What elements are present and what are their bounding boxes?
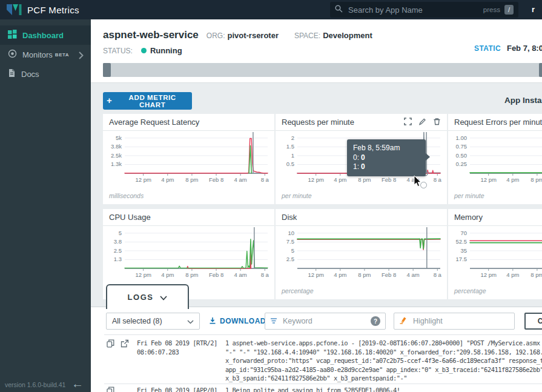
svg-text:8 a: 8 a: [434, 271, 442, 278]
highlight-filter-field: [394, 313, 515, 330]
log-timestamp: Fri Feb 08 2019 [RTR/2] 08:06:07.283: [137, 339, 225, 383]
fullscreen-icon[interactable]: [404, 117, 412, 128]
svg-text:5: 5: [119, 230, 122, 236]
log-entry: Fri Feb 08 2019 [APP/0] 1 Being polite a…: [91, 386, 542, 392]
chart-title: Request Errors per minute: [454, 118, 542, 127]
svg-text:12 pm: 12 pm: [480, 176, 496, 183]
svg-text:1.3: 1.3: [114, 256, 122, 262]
memory-chart-card: Memory 7052.53517.512 pm4 pm8 pmFeb 84 a…: [448, 209, 542, 299]
pcf-metrics-logo-icon: [6, 3, 22, 16]
memory-chart[interactable]: 7052.53517.512 pm4 pm8 pmFeb 84 am8 a: [448, 226, 542, 285]
slash-key-badge: /: [504, 5, 514, 15]
svg-text:35: 35: [460, 247, 467, 254]
svg-text:8 pm: 8 pm: [530, 176, 542, 183]
delete-trash-icon[interactable]: [433, 117, 441, 128]
page-header: aspnet-web-service ORG: pivot-rseroter S…: [91, 19, 542, 83]
highlight-input[interactable]: [412, 316, 509, 326]
copy-icon[interactable]: [107, 387, 114, 392]
download-logs-button[interactable]: DOWNLOAD: [209, 313, 266, 330]
cpu-chart[interactable]: 53.82.51.312 pm4 pm8 pmFeb 84 am8 a: [103, 226, 274, 285]
logs-tab[interactable]: LOGS: [106, 284, 189, 309]
log-sources-select[interactable]: All selected (8): [106, 313, 200, 330]
svg-text:5: 5: [291, 247, 294, 254]
svg-text:10: 10: [288, 230, 294, 236]
edit-pencil-icon[interactable]: [418, 117, 426, 128]
svg-text:0.75: 0.75: [456, 143, 468, 150]
sidebar-item-label: Docs: [21, 70, 39, 79]
chart-unit-label: percentage: [276, 285, 447, 294]
clear-filters-button[interactable]: CLEAR: [524, 313, 542, 330]
svg-text:1.3k: 1.3k: [111, 161, 122, 167]
sidebar-item-label: Dashboard: [22, 31, 64, 40]
svg-text:4 pm: 4 pm: [334, 271, 346, 278]
search-input[interactable]: [347, 5, 483, 15]
svg-text:8 a: 8 a: [261, 271, 269, 278]
svg-text:4 am: 4 am: [407, 176, 420, 183]
chart-hover-tooltip: Feb 8, 5:59am 0:0 1:0: [347, 139, 426, 176]
chevron-right-icon: [79, 51, 84, 62]
copy-icon[interactable]: [107, 339, 114, 383]
username-fragment[interactable]: r: [532, 5, 535, 14]
logs-filter-row: All selected (8) DOWNLOAD ?: [91, 313, 542, 330]
chart-title: Disk: [282, 213, 441, 222]
svg-text:7.5: 7.5: [286, 238, 294, 245]
app-search[interactable]: press /: [330, 2, 518, 18]
request-errors-chart[interactable]: 1.000.750.500.2512 pm4 pm8 pmFeb 84 am8 …: [448, 131, 542, 190]
filter-icon: [270, 316, 277, 327]
static-mode-label[interactable]: STATIC: [474, 44, 501, 53]
download-icon: [209, 316, 216, 327]
log-message: 1 aspnet-web-service.apps.pcfone.io - [2…: [225, 339, 542, 383]
chart-unit-label: per minute: [448, 190, 542, 199]
keyword-input[interactable]: [282, 316, 371, 326]
svg-text:12 pm: 12 pm: [308, 271, 323, 278]
collapse-sidebar-arrow-icon[interactable]: ←: [71, 377, 84, 391]
tooltip-timestamp: Feb 8, 5:59am: [353, 144, 420, 152]
sidebar-item-dashboard[interactable]: Dashboard: [0, 25, 91, 45]
svg-text:12 pm: 12 pm: [480, 271, 496, 278]
sidebar-item-monitors[interactable]: Monitors BETA: [0, 45, 91, 64]
sidebar-item-docs[interactable]: Docs: [0, 64, 91, 84]
svg-text:4 pm: 4 pm: [161, 271, 174, 278]
chart-title: Memory: [454, 213, 542, 222]
svg-text:Feb 8: Feb 8: [209, 176, 223, 183]
logs-panel: All selected (8) DOWNLOAD ?: [91, 307, 542, 392]
svg-text:Feb 8: Feb 8: [382, 271, 396, 278]
latency-chart[interactable]: 5k3.8k2.5k1.3k12 pm4 pm8 pmFeb 84 am8 a: [103, 131, 274, 190]
chevron-down-icon: [160, 292, 167, 303]
chart-unit-label: percentage: [448, 285, 542, 294]
requests-chart[interactable]: 21.510.512 pm4 pm8 pmFeb 84 am8 a Feb 8,…: [276, 131, 447, 190]
plus-icon: +: [107, 95, 112, 105]
app-instances-label: App Instances: [504, 96, 542, 105]
help-icon[interactable]: ?: [371, 316, 380, 326]
app-title: PCF Metrics: [27, 5, 79, 15]
svg-text:2.5: 2.5: [114, 247, 122, 254]
external-link-icon[interactable]: [121, 339, 129, 383]
pcf-metrics-dashboard: PCF Metrics press / r Dashboard: [0, 0, 542, 392]
svg-text:0.25: 0.25: [456, 161, 468, 167]
latency-chart-card: Average Request Latency 5k3.8k2.5k1.3k12…: [103, 114, 274, 204]
time-range-label[interactable]: Feb 7, 8:06 am: [507, 44, 542, 53]
svg-text:3.8k: 3.8k: [111, 143, 122, 150]
main-content: aspnet-web-service ORG: pivot-rseroter S…: [91, 19, 542, 392]
svg-text:8 pm: 8 pm: [185, 176, 198, 183]
version-label: version 1.6.0-build.41: [5, 381, 65, 388]
page-title: aspnet-web-service: [103, 29, 199, 41]
svg-text:8 pm: 8 pm: [530, 271, 542, 278]
svg-text:2: 2: [291, 135, 294, 141]
disk-chart-card: Disk 107.552.512 pm4 pm8 pmFeb 84 am8 a …: [276, 209, 447, 299]
slider-handle-right[interactable]: [539, 63, 542, 77]
svg-text:8 pm: 8 pm: [358, 271, 371, 278]
space-value: Development: [323, 31, 372, 40]
svg-text:4 am: 4 am: [234, 271, 247, 278]
org-label: ORG:: [207, 32, 225, 40]
time-range-slider[interactable]: [103, 63, 542, 77]
docs-icon: [8, 68, 16, 80]
svg-text:12 pm: 12 pm: [308, 176, 323, 183]
org-value: pivot-rseroter: [227, 31, 279, 40]
disk-chart[interactable]: 107.552.512 pm4 pm8 pmFeb 84 am8 a: [276, 226, 447, 285]
svg-text:1: 1: [291, 152, 294, 159]
svg-text:4 am: 4 am: [407, 271, 420, 278]
slider-handle-left[interactable]: [103, 63, 111, 77]
add-metric-chart-button[interactable]: + ADD METRIC CHART: [103, 92, 192, 110]
svg-text:4 pm: 4 pm: [506, 271, 519, 278]
